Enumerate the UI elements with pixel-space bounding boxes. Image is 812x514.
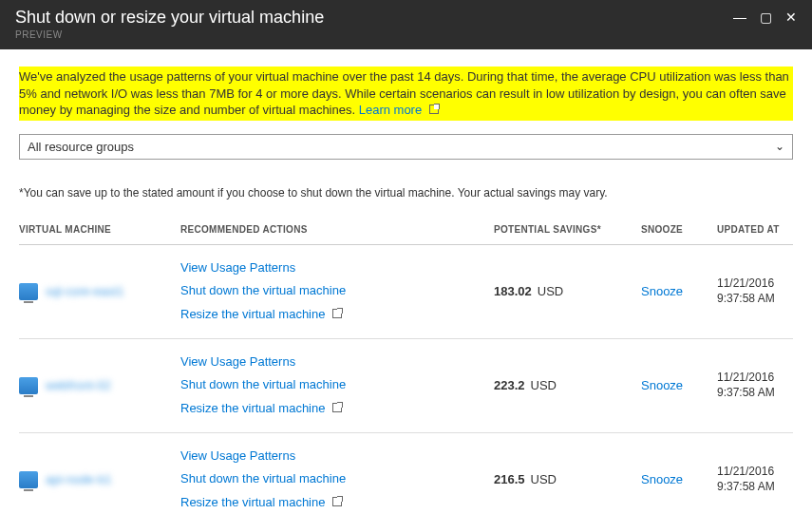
dropdown-selected: All resource groups (28, 140, 134, 154)
column-header-savings: POTENTIAL SAVINGS* (494, 215, 641, 245)
savings-currency: USD (538, 284, 563, 298)
table-row: api-node-b1 View Usage Patterns Shut dow… (19, 432, 793, 514)
snooze-link[interactable]: Snooze (641, 284, 683, 298)
table-row: webfront-02 View Usage Patterns Shut dow… (19, 338, 793, 432)
preview-badge: PREVIEW (15, 29, 324, 40)
external-link-icon (332, 403, 342, 412)
resize-link[interactable]: Resize the virtual machine (180, 397, 486, 421)
vm-recommendations-table: VIRTUAL MACHINE RECOMMENDED ACTIONS POTE… (19, 215, 793, 514)
resize-link[interactable]: Resize the virtual machine (180, 491, 486, 514)
view-usage-link[interactable]: View Usage Patterns (180, 257, 486, 280)
chevron-down-icon: ⌄ (775, 140, 784, 153)
savings-amount: 223.2 (494, 378, 525, 392)
vm-icon (19, 283, 38, 300)
vm-icon (19, 377, 38, 394)
savings-amount: 216.5 (494, 472, 525, 486)
savings-currency: USD (531, 378, 557, 392)
snooze-link[interactable]: Snooze (641, 378, 683, 392)
minimize-icon[interactable]: — (733, 10, 746, 25)
shutdown-link[interactable]: Shut down the virtual machine (180, 467, 486, 491)
vm-name[interactable]: api-node-b1 (46, 472, 111, 486)
external-link-icon (332, 309, 342, 318)
snooze-link[interactable]: Snooze (641, 472, 683, 486)
close-icon[interactable]: ✕ (785, 10, 797, 25)
shutdown-link[interactable]: Shut down the virtual machine (180, 373, 486, 397)
updated-at: 11/21/20169:37:58 AM (717, 338, 793, 432)
view-usage-link[interactable]: View Usage Patterns (180, 445, 486, 468)
resize-link[interactable]: Resize the virtual machine (180, 303, 486, 327)
external-link-icon (429, 105, 439, 114)
view-usage-link[interactable]: View Usage Patterns (180, 351, 486, 374)
savings-amount: 183.02 (494, 284, 532, 298)
savings-footnote: *You can save up to the stated amount if… (19, 186, 793, 200)
vm-name[interactable]: webfront-02 (46, 378, 111, 392)
column-header-vm: VIRTUAL MACHINE (19, 215, 180, 245)
vm-name[interactable]: sql-core-east1 (46, 284, 123, 298)
titlebar: Shut down or resize your virtual machine… (0, 0, 812, 49)
column-header-actions: RECOMMENDED ACTIONS (180, 215, 494, 245)
updated-at: 11/21/20169:37:58 AM (717, 244, 793, 338)
learn-more-link[interactable]: Learn more (359, 103, 439, 117)
shutdown-link[interactable]: Shut down the virtual machine (180, 279, 486, 303)
resource-group-dropdown[interactable]: All resource groups ⌄ (19, 134, 793, 160)
table-row: sql-core-east1 View Usage Patterns Shut … (19, 244, 793, 338)
column-header-updated: UPDATED AT (717, 215, 793, 245)
page-title: Shut down or resize your virtual machine (15, 8, 324, 28)
analysis-summary: We've analyzed the usage patterns of you… (19, 67, 793, 121)
updated-at: 11/21/20169:37:58 AM (717, 432, 793, 514)
external-link-icon (332, 497, 342, 506)
savings-currency: USD (531, 472, 557, 486)
vm-icon (19, 471, 38, 488)
column-header-snooze: SNOOZE (641, 215, 717, 245)
maximize-icon[interactable]: ▢ (760, 10, 772, 25)
